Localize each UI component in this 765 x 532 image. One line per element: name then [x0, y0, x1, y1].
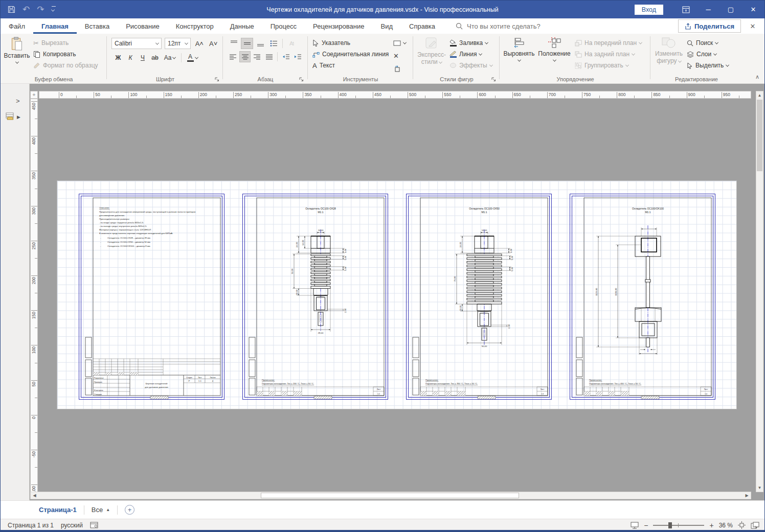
- rotate-tool-button[interactable]: [391, 63, 408, 74]
- change-shape-button[interactable]: Изменитьфигуру: [653, 34, 685, 75]
- page-indicator[interactable]: Страница 1 из 1: [8, 522, 54, 529]
- zoom-out-button[interactable]: −: [644, 521, 648, 529]
- tab-draw[interactable]: Рисование: [118, 18, 167, 34]
- tab-view[interactable]: Вид: [372, 18, 401, 34]
- copy-button[interactable]: Копировать: [31, 49, 100, 60]
- all-pages-button[interactable]: Все ▲: [92, 506, 110, 514]
- align-center-button[interactable]: [239, 51, 251, 62]
- align-right-button[interactable]: [252, 51, 262, 62]
- scroll-up-icon[interactable]: ▲: [756, 92, 763, 99]
- tab-insert[interactable]: Вставка: [77, 18, 118, 34]
- tab-design[interactable]: Конструктор: [168, 18, 222, 34]
- sheet-ox50[interactable]: Охладитель ОС100-ОХ50 М1:1: [406, 194, 552, 400]
- align-shapes-button[interactable]: Выровнять: [502, 34, 536, 75]
- tab-help[interactable]: Справка: [401, 18, 443, 34]
- find-button[interactable]: Поиск: [685, 37, 731, 49]
- connector-tool-button[interactable]: Соединительная линия: [310, 49, 391, 60]
- position-button[interactable]: Положение: [536, 34, 573, 75]
- text-tool-button[interactable]: A Текст: [310, 60, 391, 71]
- select-button[interactable]: Выделить: [685, 60, 731, 71]
- undo-icon[interactable]: ↶: [22, 4, 30, 15]
- scroll-down-icon[interactable]: ▼: [756, 484, 763, 491]
- stencil-flyout-arrow[interactable]: ▶: [17, 114, 20, 120]
- ribbon-display-options-button[interactable]: [674, 1, 697, 18]
- underline-button[interactable]: Ч: [137, 52, 148, 63]
- change-case-button[interactable]: Aa: [162, 52, 178, 63]
- zoom-slider-thumb[interactable]: [668, 522, 672, 528]
- tab-home[interactable]: Главная: [33, 18, 77, 34]
- font-size-combo[interactable]: 12пт: [165, 38, 191, 49]
- tab-data[interactable]: Данные: [222, 18, 262, 34]
- cut-button[interactable]: ✂ Вырезать: [31, 37, 100, 49]
- bring-to-front-button[interactable]: На передний план: [573, 37, 644, 49]
- increase-indent-button[interactable]: [292, 51, 303, 62]
- fill-button[interactable]: Заливка: [447, 37, 494, 49]
- presentation-mode-icon[interactable]: [631, 522, 639, 529]
- minimize-button[interactable]: ─: [697, 1, 719, 18]
- line-button[interactable]: Линия: [447, 49, 494, 60]
- connection-point-tool-button[interactable]: ✕: [391, 50, 408, 61]
- shape-styles-dialog-launcher[interactable]: [491, 77, 496, 82]
- language-indicator[interactable]: русский: [61, 522, 83, 529]
- ruler-origin-crosshair[interactable]: +: [30, 91, 38, 99]
- tab-review[interactable]: Рецензирование: [305, 18, 372, 34]
- scroll-left-icon[interactable]: ◀: [31, 492, 38, 499]
- bullets-button[interactable]: [267, 38, 280, 49]
- close-document-icon[interactable]: ✕: [741, 18, 764, 34]
- send-to-back-button[interactable]: На задний план: [573, 49, 644, 60]
- horizontal-scrollbar[interactable]: ◀ ▶: [30, 492, 751, 499]
- sheet-ox100[interactable]: Охладитель ОС100/ОХ100 М1:1: [570, 194, 715, 400]
- quick-styles-button[interactable]: Экспресс-стили: [416, 34, 447, 75]
- add-page-button[interactable]: +: [125, 505, 134, 515]
- sheet-ox28[interactable]: Охладитель ОС100-ОХ28 М1:1: [242, 194, 388, 400]
- sign-in-button[interactable]: Вход: [635, 5, 663, 15]
- zoom-level[interactable]: 36 %: [719, 522, 733, 529]
- align-middle-button[interactable]: [241, 38, 253, 49]
- justify-button[interactable]: [264, 51, 275, 62]
- maximize-button[interactable]: ▢: [719, 1, 742, 18]
- text-direction-button[interactable]: A: [285, 38, 298, 49]
- rectangle-tool-button[interactable]: [391, 37, 408, 49]
- switch-windows-icon[interactable]: [751, 522, 759, 529]
- bold-button[interactable]: Ж: [112, 52, 124, 63]
- layers-button[interactable]: Слои: [685, 49, 731, 60]
- drawing-page[interactable]: Описание: Предназначены для охлаждения и…: [57, 180, 737, 409]
- font-family-combo[interactable]: Calibri: [111, 38, 162, 49]
- paste-dropdown[interactable]: [15, 60, 18, 63]
- vertical-scrollbar[interactable]: ▲ ▼: [756, 91, 763, 492]
- drawing-canvas[interactable]: Описание: Предназначены для охлаждения и…: [39, 99, 751, 492]
- page-tab-1[interactable]: Страница-1: [39, 506, 77, 514]
- format-painter-button[interactable]: Формат по образцу: [31, 60, 100, 71]
- horizontal-ruler[interactable]: 0501001502002503003504004505005506006507…: [39, 91, 751, 99]
- share-button[interactable]: Поделиться: [678, 19, 741, 33]
- redo-icon[interactable]: ↷: [37, 4, 44, 15]
- zoom-in-button[interactable]: +: [709, 521, 713, 529]
- effects-button[interactable]: Эффекты: [447, 60, 494, 71]
- vertical-scroll-thumb[interactable]: [757, 100, 762, 171]
- tell-me-search[interactable]: Что вы хотите сделать?: [456, 18, 541, 34]
- align-top-button[interactable]: [228, 38, 240, 49]
- customize-qat-icon[interactable]: [52, 6, 56, 13]
- align-left-button[interactable]: [228, 51, 238, 62]
- group-button[interactable]: Группировать: [573, 60, 644, 71]
- macro-status-icon[interactable]: [90, 522, 98, 528]
- italic-button[interactable]: К: [125, 52, 136, 63]
- font-dialog-launcher[interactable]: [215, 77, 219, 82]
- tab-file[interactable]: Файл: [1, 18, 33, 34]
- horizontal-scroll-thumb[interactable]: [261, 493, 519, 498]
- pointer-tool-button[interactable]: Указатель: [310, 37, 391, 49]
- expand-shapes-panel-icon[interactable]: >: [16, 97, 20, 105]
- font-color-button[interactable]: А: [185, 52, 200, 63]
- strikethrough-button[interactable]: ab: [149, 52, 161, 63]
- collapse-ribbon-icon[interactable]: ∧: [755, 74, 759, 80]
- decrease-indent-button[interactable]: [280, 51, 291, 62]
- paste-button[interactable]: Вставить: [3, 34, 31, 75]
- align-bottom-button[interactable]: [254, 38, 266, 49]
- vertical-ruler[interactable]: 450400350300250200150100500-50-100: [30, 99, 38, 492]
- tab-process[interactable]: Процесс: [262, 18, 305, 34]
- save-icon[interactable]: [8, 6, 15, 13]
- fit-page-icon[interactable]: [738, 521, 746, 529]
- shrink-font-button[interactable]: A˅: [208, 38, 219, 49]
- grow-font-button[interactable]: A˄: [194, 38, 205, 49]
- stencil-icon[interactable]: [6, 112, 16, 121]
